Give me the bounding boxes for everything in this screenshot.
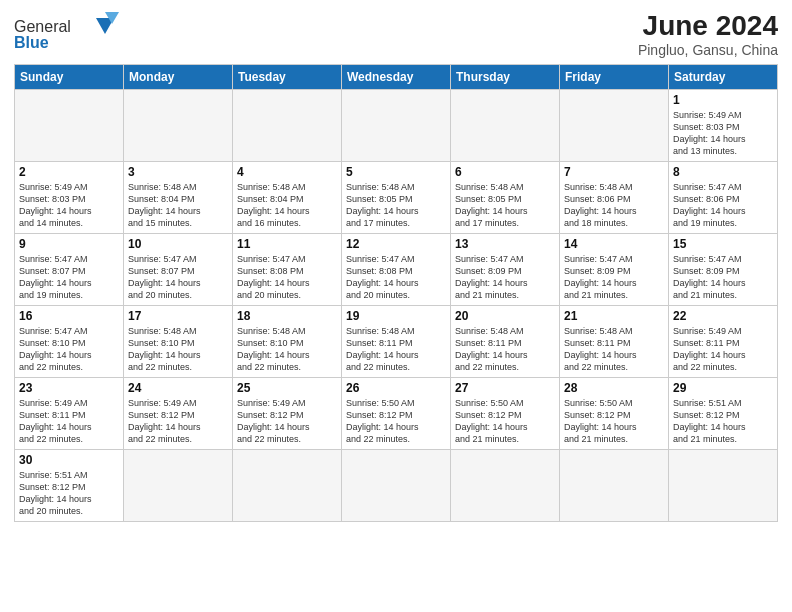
day-cell: 28Sunrise: 5:50 AM Sunset: 8:12 PM Dayli…: [560, 378, 669, 450]
title-block: June 2024 Pingluo, Gansu, China: [638, 10, 778, 58]
logo: General Blue: [14, 10, 124, 56]
day-number: 24: [128, 381, 228, 395]
day-number: 16: [19, 309, 119, 323]
logo-icon: General Blue: [14, 10, 124, 52]
day-cell: [124, 90, 233, 162]
day-cell: 23Sunrise: 5:49 AM Sunset: 8:11 PM Dayli…: [15, 378, 124, 450]
day-number: 21: [564, 309, 664, 323]
day-cell: 9Sunrise: 5:47 AM Sunset: 8:07 PM Daylig…: [15, 234, 124, 306]
day-number: 22: [673, 309, 773, 323]
day-info: Sunrise: 5:48 AM Sunset: 8:06 PM Dayligh…: [564, 181, 664, 230]
weekday-thursday: Thursday: [451, 65, 560, 90]
calendar-table: SundayMondayTuesdayWednesdayThursdayFrid…: [14, 64, 778, 522]
day-cell: [15, 90, 124, 162]
day-info: Sunrise: 5:51 AM Sunset: 8:12 PM Dayligh…: [19, 469, 119, 518]
day-cell: 30Sunrise: 5:51 AM Sunset: 8:12 PM Dayli…: [15, 450, 124, 522]
day-info: Sunrise: 5:49 AM Sunset: 8:12 PM Dayligh…: [237, 397, 337, 446]
logo-text: General Blue: [14, 10, 124, 56]
day-cell: 22Sunrise: 5:49 AM Sunset: 8:11 PM Dayli…: [669, 306, 778, 378]
day-cell: [342, 90, 451, 162]
day-number: 12: [346, 237, 446, 251]
weekday-friday: Friday: [560, 65, 669, 90]
day-number: 4: [237, 165, 337, 179]
day-number: 9: [19, 237, 119, 251]
day-number: 1: [673, 93, 773, 107]
day-info: Sunrise: 5:49 AM Sunset: 8:12 PM Dayligh…: [128, 397, 228, 446]
week-row-3: 16Sunrise: 5:47 AM Sunset: 8:10 PM Dayli…: [15, 306, 778, 378]
day-number: 11: [237, 237, 337, 251]
day-number: 19: [346, 309, 446, 323]
weekday-tuesday: Tuesday: [233, 65, 342, 90]
day-number: 8: [673, 165, 773, 179]
day-info: Sunrise: 5:49 AM Sunset: 8:11 PM Dayligh…: [673, 325, 773, 374]
day-cell: 11Sunrise: 5:47 AM Sunset: 8:08 PM Dayli…: [233, 234, 342, 306]
week-row-2: 9Sunrise: 5:47 AM Sunset: 8:07 PM Daylig…: [15, 234, 778, 306]
day-info: Sunrise: 5:47 AM Sunset: 8:06 PM Dayligh…: [673, 181, 773, 230]
day-number: 28: [564, 381, 664, 395]
day-number: 15: [673, 237, 773, 251]
day-info: Sunrise: 5:47 AM Sunset: 8:07 PM Dayligh…: [19, 253, 119, 302]
day-number: 29: [673, 381, 773, 395]
day-info: Sunrise: 5:47 AM Sunset: 8:07 PM Dayligh…: [128, 253, 228, 302]
day-cell: 29Sunrise: 5:51 AM Sunset: 8:12 PM Dayli…: [669, 378, 778, 450]
day-cell: [560, 90, 669, 162]
main-title: June 2024: [638, 10, 778, 42]
day-cell: 18Sunrise: 5:48 AM Sunset: 8:10 PM Dayli…: [233, 306, 342, 378]
day-cell: 20Sunrise: 5:48 AM Sunset: 8:11 PM Dayli…: [451, 306, 560, 378]
day-cell: 24Sunrise: 5:49 AM Sunset: 8:12 PM Dayli…: [124, 378, 233, 450]
day-number: 6: [455, 165, 555, 179]
day-number: 20: [455, 309, 555, 323]
day-info: Sunrise: 5:48 AM Sunset: 8:05 PM Dayligh…: [455, 181, 555, 230]
weekday-monday: Monday: [124, 65, 233, 90]
day-cell: 2Sunrise: 5:49 AM Sunset: 8:03 PM Daylig…: [15, 162, 124, 234]
day-number: 13: [455, 237, 555, 251]
day-cell: 15Sunrise: 5:47 AM Sunset: 8:09 PM Dayli…: [669, 234, 778, 306]
day-number: 27: [455, 381, 555, 395]
day-info: Sunrise: 5:47 AM Sunset: 8:08 PM Dayligh…: [237, 253, 337, 302]
day-cell: [233, 450, 342, 522]
day-number: 7: [564, 165, 664, 179]
day-number: 25: [237, 381, 337, 395]
header: General Blue June 2024 Pingluo, Gansu, C…: [14, 10, 778, 58]
day-info: Sunrise: 5:51 AM Sunset: 8:12 PM Dayligh…: [673, 397, 773, 446]
day-number: 17: [128, 309, 228, 323]
day-cell: 13Sunrise: 5:47 AM Sunset: 8:09 PM Dayli…: [451, 234, 560, 306]
day-info: Sunrise: 5:48 AM Sunset: 8:04 PM Dayligh…: [128, 181, 228, 230]
day-info: Sunrise: 5:50 AM Sunset: 8:12 PM Dayligh…: [455, 397, 555, 446]
day-cell: 1Sunrise: 5:49 AM Sunset: 8:03 PM Daylig…: [669, 90, 778, 162]
day-number: 14: [564, 237, 664, 251]
day-number: 18: [237, 309, 337, 323]
day-number: 30: [19, 453, 119, 467]
day-cell: 27Sunrise: 5:50 AM Sunset: 8:12 PM Dayli…: [451, 378, 560, 450]
day-number: 2: [19, 165, 119, 179]
day-info: Sunrise: 5:47 AM Sunset: 8:10 PM Dayligh…: [19, 325, 119, 374]
day-cell: 4Sunrise: 5:48 AM Sunset: 8:04 PM Daylig…: [233, 162, 342, 234]
day-info: Sunrise: 5:48 AM Sunset: 8:11 PM Dayligh…: [346, 325, 446, 374]
day-info: Sunrise: 5:48 AM Sunset: 8:11 PM Dayligh…: [564, 325, 664, 374]
day-number: 5: [346, 165, 446, 179]
day-cell: 26Sunrise: 5:50 AM Sunset: 8:12 PM Dayli…: [342, 378, 451, 450]
day-cell: 17Sunrise: 5:48 AM Sunset: 8:10 PM Dayli…: [124, 306, 233, 378]
day-info: Sunrise: 5:49 AM Sunset: 8:11 PM Dayligh…: [19, 397, 119, 446]
day-info: Sunrise: 5:47 AM Sunset: 8:09 PM Dayligh…: [673, 253, 773, 302]
day-info: Sunrise: 5:47 AM Sunset: 8:09 PM Dayligh…: [455, 253, 555, 302]
day-info: Sunrise: 5:47 AM Sunset: 8:08 PM Dayligh…: [346, 253, 446, 302]
day-cell: 10Sunrise: 5:47 AM Sunset: 8:07 PM Dayli…: [124, 234, 233, 306]
week-row-0: 1Sunrise: 5:49 AM Sunset: 8:03 PM Daylig…: [15, 90, 778, 162]
day-cell: 12Sunrise: 5:47 AM Sunset: 8:08 PM Dayli…: [342, 234, 451, 306]
week-row-1: 2Sunrise: 5:49 AM Sunset: 8:03 PM Daylig…: [15, 162, 778, 234]
day-cell: [451, 450, 560, 522]
day-info: Sunrise: 5:50 AM Sunset: 8:12 PM Dayligh…: [564, 397, 664, 446]
day-cell: [560, 450, 669, 522]
day-info: Sunrise: 5:50 AM Sunset: 8:12 PM Dayligh…: [346, 397, 446, 446]
day-info: Sunrise: 5:48 AM Sunset: 8:10 PM Dayligh…: [128, 325, 228, 374]
day-cell: [233, 90, 342, 162]
day-cell: 8Sunrise: 5:47 AM Sunset: 8:06 PM Daylig…: [669, 162, 778, 234]
day-info: Sunrise: 5:48 AM Sunset: 8:04 PM Dayligh…: [237, 181, 337, 230]
day-cell: [342, 450, 451, 522]
week-row-4: 23Sunrise: 5:49 AM Sunset: 8:11 PM Dayli…: [15, 378, 778, 450]
svg-text:Blue: Blue: [14, 34, 49, 51]
day-cell: 7Sunrise: 5:48 AM Sunset: 8:06 PM Daylig…: [560, 162, 669, 234]
day-info: Sunrise: 5:49 AM Sunset: 8:03 PM Dayligh…: [673, 109, 773, 158]
day-cell: 25Sunrise: 5:49 AM Sunset: 8:12 PM Dayli…: [233, 378, 342, 450]
